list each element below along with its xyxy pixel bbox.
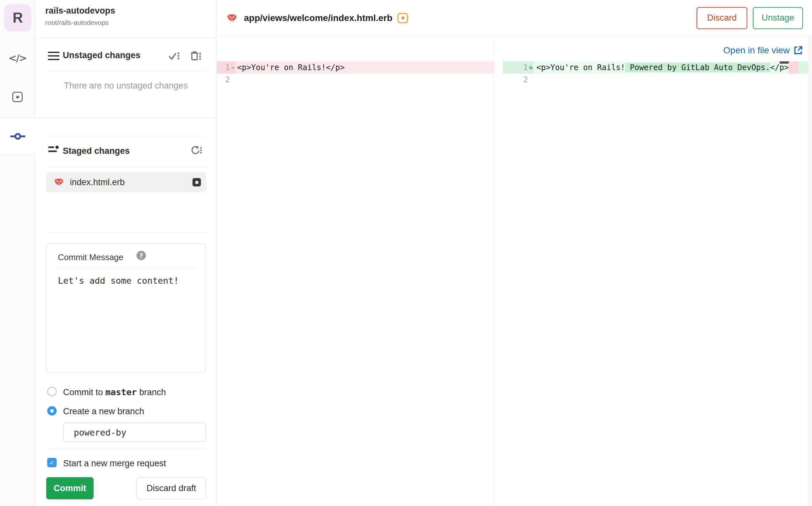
code-text: </p> (770, 63, 789, 72)
minimap-slider (780, 61, 789, 64)
hamburger-icon[interactable] (48, 52, 60, 60)
help-icon[interactable]: ? (137, 251, 146, 260)
branch-name: master (106, 387, 137, 397)
discard-draft-button[interactable]: Discard draft (137, 477, 206, 499)
line-number: 2 (217, 74, 230, 86)
divider (46, 232, 207, 233)
diff-left-row-2: 2 (217, 74, 494, 86)
rail-item-commit[interactable] (0, 118, 36, 155)
modified-badge-orange-icon (398, 13, 408, 23)
divider (35, 38, 217, 38)
divider (46, 166, 207, 167)
pane-divider[interactable] (494, 36, 494, 506)
diff-right-row-2: 2 (503, 74, 808, 86)
staged-file-name: index.html.erb (70, 177, 125, 187)
line-number: 1 (217, 61, 230, 74)
diff-left-row-1: 1 - <p>You're on Rails!</p> (217, 61, 494, 74)
radio-commit-to-master-label[interactable]: Commit to master branch (63, 387, 166, 398)
code-text: <p>You're on Rails! (536, 63, 625, 72)
label-text: branch (137, 388, 166, 397)
discard-all-button[interactable] (190, 51, 201, 61)
commit-panel: rails-autodevops root/rails-autodevops U… (35, 0, 217, 506)
rail-item-review[interactable] (0, 92, 35, 102)
added-code-line[interactable]: <p>You're on Rails! Powered by GitLab Au… (534, 61, 808, 74)
radio-create-new-branch-label[interactable]: Create a new branch (63, 407, 144, 417)
discard-button[interactable]: Discard (696, 7, 747, 29)
rail-item-edit[interactable]: </> (0, 52, 35, 64)
sign (528, 74, 534, 86)
start-merge-request-label[interactable]: Start a new merge request (63, 458, 166, 469)
label-text: Commit to (63, 388, 106, 397)
diff-right-row-1: 1 + <p>You're on Rails! Powered by GitLa… (503, 61, 808, 74)
commit-button[interactable]: Commit (46, 477, 93, 499)
code-icon: </> (8, 52, 26, 64)
scrollbar-track[interactable] (808, 36, 812, 506)
review-icon (12, 92, 23, 102)
overview-added-marker (798, 61, 808, 74)
unstaged-section-title: Unstaged changes (63, 51, 140, 61)
editor-header: app/views/welcome/index.html.erb Discard… (217, 0, 812, 36)
commit-message-label: Commit Message (58, 252, 123, 262)
start-merge-request-checkbox[interactable]: ✓ (47, 458, 57, 467)
staged-section-title: Staged changes (63, 146, 130, 156)
radio-create-new-branch[interactable] (47, 406, 57, 416)
activity-rail (0, 0, 35, 506)
staged-file-row[interactable]: index.html.erb (46, 172, 206, 192)
added-sign: + (528, 61, 534, 74)
overview-removed-marker (789, 61, 798, 74)
code-line[interactable] (534, 74, 808, 86)
project-name[interactable]: rails-autodevops (45, 6, 115, 16)
ruby-file-icon (54, 177, 64, 188)
undo-dots-icon (190, 145, 202, 155)
modified-badge-icon (193, 178, 201, 186)
unstaged-empty-message: There are no unstaged changes (35, 81, 217, 91)
commit-message-card: Commit Message ? Let's add some content! (46, 243, 205, 372)
open-file-path: app/views/welcome/index.html.erb (244, 13, 392, 23)
line-number: 1 (503, 61, 528, 74)
gitlab-web-ide: R </> rails-autodevops root/rails-autode… (0, 0, 812, 506)
code-line[interactable] (235, 74, 494, 86)
radio-commit-to-master[interactable] (47, 387, 57, 396)
line-number: 2 (503, 74, 528, 86)
project-path: root/rails-autodevops (45, 19, 109, 26)
commit-icon (10, 133, 25, 140)
removed-code-line[interactable]: <p>You're on Rails!</p> (235, 61, 494, 74)
link-text: Open in file view (723, 45, 790, 56)
added-text: Powered by GitLab Auto DevOps. (625, 63, 770, 72)
project-avatar: R (4, 4, 31, 31)
divider (46, 136, 207, 136)
divider (46, 449, 207, 449)
open-in-file-view-link[interactable]: Open in file view (723, 45, 803, 56)
divider (57, 268, 196, 269)
staged-list-icon (48, 145, 60, 155)
external-link-icon (793, 46, 803, 55)
removed-sign: - (230, 61, 235, 74)
ruby-file-icon (226, 12, 238, 24)
unstage-button[interactable]: Unstage (753, 7, 803, 29)
trash-dots-icon (190, 51, 201, 61)
unstage-all-button[interactable] (190, 145, 202, 155)
sign (230, 74, 235, 86)
check-dots-icon (168, 51, 180, 61)
commit-message-input[interactable]: Let's add some content! (58, 276, 179, 286)
stage-all-button[interactable] (168, 51, 180, 61)
branch-name-input[interactable] (63, 423, 206, 442)
check-icon: ✓ (49, 459, 55, 467)
